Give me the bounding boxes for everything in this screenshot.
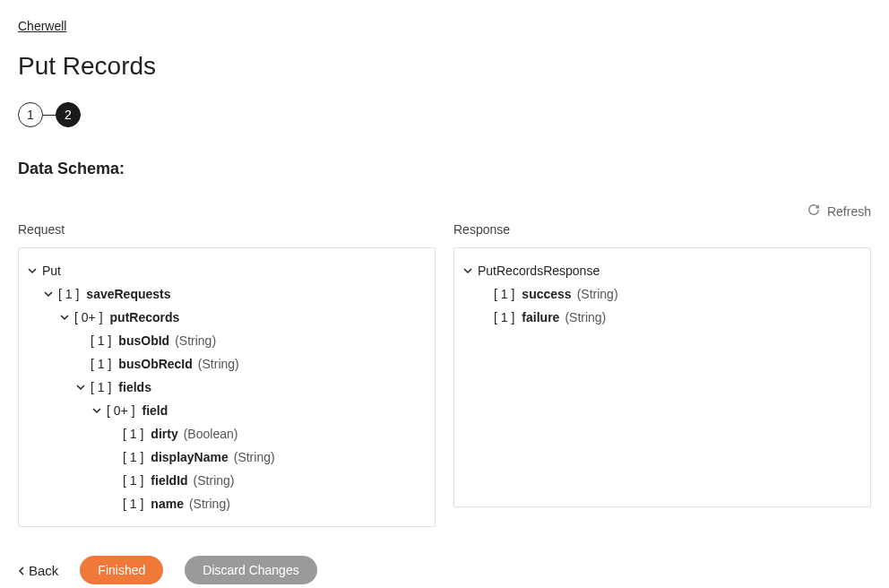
tree-node-dirty: [ 1 ] dirty (Boolean) bbox=[26, 422, 427, 445]
cardinality: [ 1 ] bbox=[494, 310, 514, 324]
tree-node-putrecords[interactable]: [ 0+ ] putRecords bbox=[26, 306, 427, 329]
cardinality: [ 0+ ] bbox=[74, 310, 103, 324]
discard-button[interactable]: Discard Changes bbox=[185, 556, 316, 584]
field-name: field bbox=[142, 403, 168, 418]
cardinality: [ 1 ] bbox=[91, 357, 111, 371]
field-name: putRecords bbox=[110, 310, 180, 324]
cardinality: [ 1 ] bbox=[123, 473, 143, 488]
section-title: Data Schema: bbox=[18, 160, 871, 178]
field-type: (String) bbox=[565, 310, 606, 324]
tree-node-fields[interactable]: [ 1 ] fields bbox=[26, 376, 427, 399]
response-header: Response bbox=[453, 222, 871, 237]
request-column: Request Put [ 1 ] saveRequests bbox=[18, 222, 436, 527]
chevron-down-icon[interactable] bbox=[91, 406, 103, 415]
response-column: Response PutRecordsResponse [ 1 ] succes… bbox=[453, 222, 871, 527]
field-name: name bbox=[151, 497, 184, 511]
finished-button[interactable]: Finished bbox=[80, 556, 163, 584]
field-name: fieldId bbox=[151, 473, 187, 488]
field-type: (String) bbox=[577, 287, 618, 301]
tree-node-displayname: [ 1 ] displayName (String) bbox=[26, 445, 427, 469]
tree-node-busobrecid: [ 1 ] busObRecId (String) bbox=[26, 352, 427, 376]
tree-node-name: [ 1 ] name (String) bbox=[26, 492, 427, 515]
chevron-down-icon[interactable] bbox=[42, 290, 55, 298]
field-name: busObId bbox=[118, 333, 169, 348]
tree-node-label: PutRecordsResponse bbox=[478, 264, 600, 278]
field-type: (String) bbox=[189, 497, 230, 511]
response-panel: PutRecordsResponse [ 1 ] success (String… bbox=[453, 247, 871, 507]
tree-node-put[interactable]: Put bbox=[26, 259, 427, 282]
request-header: Request bbox=[18, 222, 436, 237]
schema-container: Refresh Request Put bbox=[18, 203, 871, 527]
tree-node-field[interactable]: [ 0+ ] field bbox=[26, 399, 427, 422]
field-type: (String) bbox=[175, 333, 216, 348]
tree-node-label: Put bbox=[42, 264, 61, 278]
refresh-label: Refresh bbox=[827, 204, 871, 219]
chevron-down-icon[interactable] bbox=[74, 383, 87, 392]
cardinality: [ 1 ] bbox=[123, 450, 143, 464]
cardinality: [ 1 ] bbox=[91, 380, 111, 394]
field-name: busObRecId bbox=[118, 357, 192, 371]
step-connector bbox=[43, 115, 56, 116]
step-2[interactable]: 2 bbox=[56, 102, 81, 127]
request-panel: Put [ 1 ] saveRequests [ 0+ ] bbox=[18, 247, 436, 527]
breadcrumb-link[interactable]: Cherwell bbox=[18, 19, 66, 33]
stepper: 1 2 bbox=[18, 102, 871, 127]
field-name: failure bbox=[522, 310, 559, 324]
field-type: (String) bbox=[194, 473, 235, 488]
chevron-down-icon[interactable] bbox=[462, 266, 474, 275]
field-name: dirty bbox=[151, 427, 177, 441]
refresh-button[interactable]: Refresh bbox=[807, 203, 871, 219]
cardinality: [ 0+ ] bbox=[107, 403, 135, 418]
tree-node-saverequests[interactable]: [ 1 ] saveRequests bbox=[26, 282, 427, 306]
refresh-icon bbox=[807, 203, 820, 219]
step-1[interactable]: 1 bbox=[18, 102, 43, 127]
cardinality: [ 1 ] bbox=[58, 287, 79, 301]
tree-node-putrecordsresponse[interactable]: PutRecordsResponse bbox=[462, 259, 863, 282]
back-label: Back bbox=[29, 563, 58, 578]
chevron-down-icon[interactable] bbox=[58, 313, 71, 322]
tree-node-busobid: [ 1 ] busObId (String) bbox=[26, 329, 427, 352]
chevron-left-icon bbox=[18, 563, 25, 578]
field-name: saveRequests bbox=[86, 287, 170, 301]
chevron-down-icon[interactable] bbox=[26, 266, 39, 275]
field-type: (String) bbox=[198, 357, 239, 371]
field-type: (String) bbox=[234, 450, 275, 464]
cardinality: [ 1 ] bbox=[123, 497, 143, 511]
field-name: displayName bbox=[151, 450, 228, 464]
tree-node-failure: [ 1 ] failure (String) bbox=[462, 306, 863, 329]
footer: Back Finished Discard Changes bbox=[18, 556, 871, 584]
cardinality: [ 1 ] bbox=[494, 287, 514, 301]
page-title: Put Records bbox=[18, 52, 871, 81]
field-name: success bbox=[522, 287, 571, 301]
tree-node-success: [ 1 ] success (String) bbox=[462, 282, 863, 306]
field-name: fields bbox=[118, 380, 151, 394]
cardinality: [ 1 ] bbox=[91, 333, 111, 348]
back-button[interactable]: Back bbox=[18, 563, 58, 578]
cardinality: [ 1 ] bbox=[123, 427, 143, 441]
field-type: (Boolean) bbox=[184, 427, 238, 441]
tree-node-fieldid: [ 1 ] fieldId (String) bbox=[26, 469, 427, 492]
